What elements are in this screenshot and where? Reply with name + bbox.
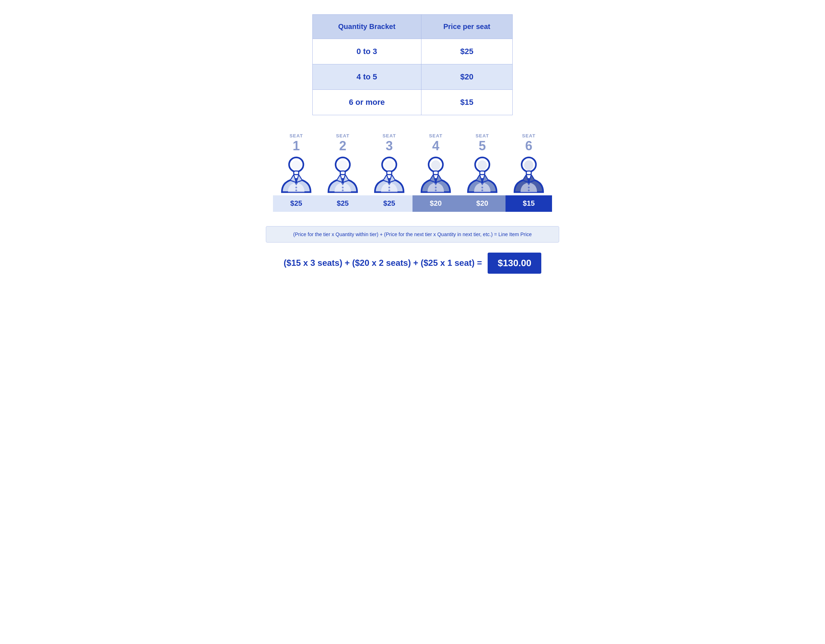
price-bar: $25 xyxy=(273,195,320,212)
pricing-table: Quantity Bracket Price per seat 0 to 3 $… xyxy=(312,14,513,115)
seat-label: SEAT xyxy=(476,133,489,139)
table-row: 4 to 5 $20 xyxy=(313,64,513,90)
bracket-cell: 0 to 3 xyxy=(313,39,422,64)
price-bar: $25 xyxy=(320,195,366,212)
equation-text: ($15 x 3 seats) + ($20 x 2 seats) + ($25… xyxy=(284,258,482,268)
seat-col: SEAT5 xyxy=(459,133,505,195)
svg-point-23 xyxy=(435,189,437,191)
price-bar: $20 xyxy=(412,195,459,212)
person-icon xyxy=(416,154,456,195)
svg-point-10 xyxy=(342,187,344,188)
svg-point-4 xyxy=(295,187,297,188)
svg-point-17 xyxy=(389,189,390,191)
person-icon xyxy=(277,154,316,195)
seat-col: SEAT2 xyxy=(320,133,366,195)
price-bar: $15 xyxy=(505,195,552,212)
person-icon xyxy=(323,154,362,195)
bracket-cell: 4 to 5 xyxy=(313,64,422,90)
price-cell: $20 xyxy=(421,64,512,90)
price-bars: $25$25$25$20$20$15 xyxy=(273,195,552,212)
svg-point-29 xyxy=(482,189,484,191)
seat-col: SEAT6 xyxy=(505,133,552,195)
bracket-cell: 6 or more xyxy=(313,90,422,115)
svg-point-22 xyxy=(435,187,437,188)
table-row: 0 to 3 $25 xyxy=(313,39,513,64)
svg-point-19 xyxy=(431,160,440,170)
svg-rect-8 xyxy=(340,171,345,175)
svg-point-34 xyxy=(528,187,530,188)
seat-label: SEAT xyxy=(382,133,396,139)
table-row: 6 or more $15 xyxy=(313,90,513,115)
svg-point-13 xyxy=(385,160,394,170)
price-cell: $25 xyxy=(421,39,512,64)
seat-col: SEAT3 xyxy=(366,133,412,195)
svg-rect-32 xyxy=(526,171,531,175)
seat-col: SEAT1 xyxy=(273,133,320,195)
seat-number: 6 xyxy=(525,139,532,153)
svg-point-31 xyxy=(524,160,533,170)
svg-point-25 xyxy=(477,160,487,170)
seat-number: 1 xyxy=(293,139,300,153)
seat-number: 4 xyxy=(432,139,439,153)
svg-rect-26 xyxy=(480,171,485,175)
svg-point-35 xyxy=(528,189,530,191)
seats-section: SEAT1 SEAT2 xyxy=(266,133,559,212)
seat-number: 3 xyxy=(386,139,393,153)
person-icon xyxy=(463,154,502,195)
svg-point-16 xyxy=(389,187,390,188)
svg-rect-14 xyxy=(387,171,392,175)
seat-label: SEAT xyxy=(429,133,443,139)
svg-point-7 xyxy=(338,160,348,170)
seat-number: 5 xyxy=(479,139,486,153)
seat-col: SEAT4 xyxy=(412,133,459,195)
seats-row: SEAT1 SEAT2 xyxy=(273,133,552,195)
seat-number: 2 xyxy=(339,139,346,153)
formula-note: (Price for the tier x Quantity within ti… xyxy=(266,226,559,242)
person-icon xyxy=(509,154,548,195)
svg-rect-20 xyxy=(433,171,438,175)
person-icon xyxy=(369,154,409,195)
svg-rect-2 xyxy=(294,171,299,175)
seat-label: SEAT xyxy=(336,133,349,139)
seat-label: SEAT xyxy=(522,133,536,139)
col-header-bracket: Quantity Bracket xyxy=(313,15,422,39)
price-bar: $25 xyxy=(366,195,412,212)
price-cell: $15 xyxy=(421,90,512,115)
svg-point-28 xyxy=(482,187,484,188)
final-equation: ($15 x 3 seats) + ($20 x 2 seats) + ($25… xyxy=(284,253,541,274)
svg-point-5 xyxy=(295,189,297,191)
equation-result: $130.00 xyxy=(488,253,541,274)
price-bar: $20 xyxy=(459,195,505,212)
seat-label: SEAT xyxy=(289,133,303,139)
svg-point-1 xyxy=(292,160,301,170)
col-header-price: Price per seat xyxy=(421,15,512,39)
svg-point-11 xyxy=(342,189,344,191)
